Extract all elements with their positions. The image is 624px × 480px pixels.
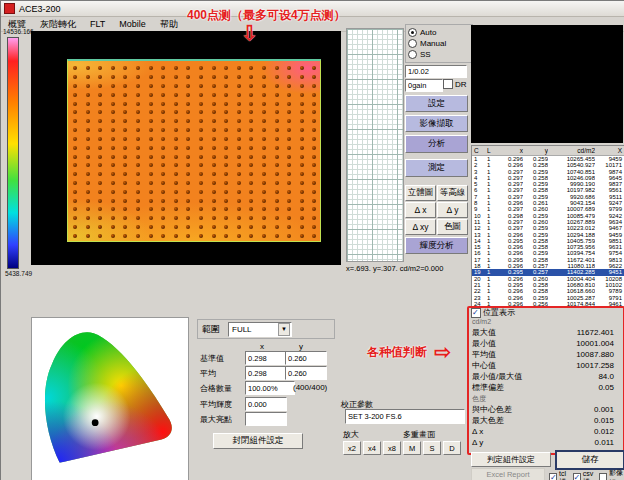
measure-button[interactable]: 測定 <box>405 159 468 177</box>
result-label: Δ x <box>472 427 483 436</box>
measurement-point <box>73 172 77 176</box>
measurement-point <box>111 119 115 123</box>
measurement-point <box>98 225 102 229</box>
exposure-field[interactable]: 1/0.02 <box>405 65 467 78</box>
measurement-point <box>123 75 127 79</box>
radio-option-auto[interactable]: Auto <box>408 27 470 38</box>
measurement-point <box>111 102 115 106</box>
zoom-x8-button[interactable]: x8 <box>383 441 401 455</box>
radio-option-manual[interactable]: Manual <box>408 38 470 49</box>
excel-report-button[interactable]: Excel Report <box>471 468 545 480</box>
multiview-d-button[interactable]: D <box>443 441 461 455</box>
measurement-point <box>262 163 266 167</box>
delta-xy-button[interactable]: Δ xy <box>405 219 436 235</box>
reference-y-field[interactable]: 0.260 <box>285 351 327 365</box>
measurement-point <box>186 155 190 159</box>
measurement-point <box>86 119 90 123</box>
measurement-point <box>212 84 216 88</box>
measurement-point <box>86 75 90 79</box>
measurement-point <box>300 172 304 176</box>
column-x-label: x <box>260 342 264 351</box>
zoom-x4-button[interactable]: x4 <box>363 441 381 455</box>
measurement-point <box>149 234 153 238</box>
analyze-button[interactable]: 分析 <box>405 135 468 153</box>
contour-button[interactable]: 等高線 <box>437 185 468 201</box>
stereo-view-button[interactable]: 立體圖 <box>405 185 436 201</box>
measurement-point <box>237 75 241 79</box>
measurement-point <box>237 216 241 220</box>
heatmap-points <box>68 61 320 241</box>
zoom-button-row: x2x4x8 <box>343 441 401 455</box>
pass-percent-value: 100.00% <box>245 381 295 395</box>
measurement-point <box>262 137 266 141</box>
measurement-point <box>98 110 102 114</box>
image-capture-button[interactable]: 影像擷取 <box>405 115 468 132</box>
settings-button[interactable]: 設定 <box>405 95 468 112</box>
heatmap[interactable] <box>67 59 321 242</box>
measurement-point <box>174 66 178 70</box>
result-row: 最大色差0.015 <box>472 415 618 426</box>
measurement-point <box>161 93 165 97</box>
chevron-down-icon[interactable] <box>278 323 290 336</box>
file-checkbox-csv檔[interactable]: csv檔 <box>573 470 596 480</box>
measured-point-marker <box>92 419 99 426</box>
dr-checkbox[interactable]: DR <box>443 79 467 89</box>
measurement-point <box>136 199 140 203</box>
luminance-analysis-button[interactable]: 輝度分析 <box>405 237 468 254</box>
gain-field[interactable]: 0gain <box>405 79 443 92</box>
measurement-point <box>199 93 203 97</box>
measurement-point <box>287 102 291 106</box>
reference-x-field[interactable]: 0.298 <box>245 351 287 365</box>
delta-y-button[interactable]: Δ y <box>437 202 468 218</box>
judge-component-settings-button[interactable]: 判定組件設定 <box>471 452 551 467</box>
measurement-point <box>275 207 279 211</box>
measurement-point <box>249 199 253 203</box>
colormap-button[interactable]: 色圖 <box>437 219 468 235</box>
file-checkbox-影像檔[interactable]: 影像檔 <box>599 468 624 480</box>
radio-option-ss[interactable]: SS <box>408 49 470 60</box>
delta-x-button[interactable]: Δ x <box>405 202 436 218</box>
measurement-point <box>224 199 228 203</box>
save-button[interactable]: 儲存 <box>555 450 624 470</box>
menu-item[interactable]: 帮助 <box>153 18 185 31</box>
measurement-point <box>212 66 216 70</box>
measurement-point <box>161 128 165 132</box>
sealed-component-settings-button[interactable]: 封閉組件設定 <box>213 433 303 449</box>
measurement-point <box>224 119 228 123</box>
file-checkbox-tcl檔[interactable]: tcl檔 <box>549 470 570 480</box>
menu-item[interactable]: 灰階轉化 <box>33 18 83 31</box>
measurement-point <box>262 234 266 238</box>
multiview-m-button[interactable]: M <box>403 441 421 455</box>
measurement-point <box>123 137 127 141</box>
calibration-value-field[interactable]: SET 3-200 FS.6 <box>345 409 465 424</box>
measurement-point <box>287 207 291 211</box>
measurement-point <box>249 234 253 238</box>
measurement-point <box>123 119 127 123</box>
measurement-point <box>249 93 253 97</box>
measurement-point <box>237 93 241 97</box>
measurement-point <box>224 225 228 229</box>
measurement-point <box>262 119 266 123</box>
measurement-point <box>199 110 203 114</box>
measurement-point <box>300 93 304 97</box>
multiview-s-button[interactable]: S <box>423 441 441 455</box>
result-row: 標準偏差0.05 <box>472 382 618 393</box>
result-label: 最大值 <box>472 327 496 338</box>
dr-checkbox-label: DR <box>455 80 467 89</box>
menu-item[interactable]: FLT <box>83 19 112 29</box>
measurement-point <box>262 110 266 114</box>
measurement-point <box>161 181 165 185</box>
measurement-point <box>275 84 279 88</box>
measurement-point <box>174 234 178 238</box>
measurement-point <box>149 66 153 70</box>
checkbox-label: 影像檔 <box>609 468 624 480</box>
menu-item[interactable]: Mobile <box>112 19 153 29</box>
zoom-x2-button[interactable]: x2 <box>343 441 361 455</box>
range-select[interactable]: FULL <box>228 322 292 337</box>
measurement-point <box>86 146 90 150</box>
measurement-point <box>312 110 316 114</box>
measurement-point <box>249 207 253 211</box>
measurement-point <box>73 207 77 211</box>
measurement-point <box>123 155 127 159</box>
measurement-point <box>262 93 266 97</box>
